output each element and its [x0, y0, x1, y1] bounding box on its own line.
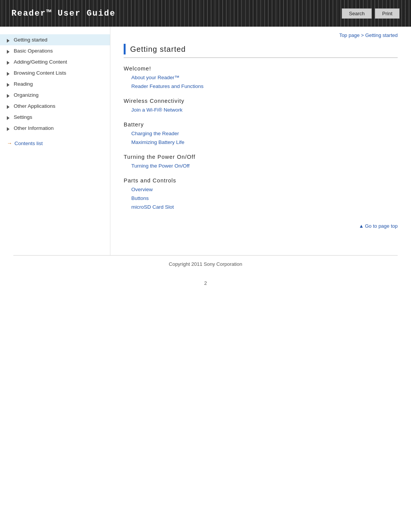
sidebar-item-label: Organizing [14, 92, 38, 98]
go-to-top-label: Go to page top [365, 223, 398, 229]
sidebar-item-getting-started[interactable]: Getting started [0, 34, 110, 45]
main-container: Getting startedBasic OperationsAdding/Ge… [0, 27, 411, 255]
section-link-4-2[interactable]: microSD Card Slot [131, 203, 398, 212]
sidebar-arrow-icon [7, 126, 11, 130]
sections-container: Welcome!About your Reader™Reader Feature… [124, 66, 398, 211]
go-to-top-link[interactable]: ▲Go to page top [359, 223, 398, 229]
page-number-area: 2 [0, 273, 411, 290]
sidebar-arrow-icon [7, 71, 11, 75]
sidebar-arrow-icon [7, 82, 11, 86]
sidebar-item-label: Basic Operations [14, 48, 53, 54]
header: Reader™ User Guide Search Print [0, 0, 411, 27]
go-to-top-area: ▲Go to page top [124, 223, 398, 229]
section-title-0: Welcome! [124, 66, 398, 72]
breadcrumb-top-link[interactable]: Top page [339, 32, 360, 38]
copyright-text: Copyright 2011 Sony Corporation [169, 261, 242, 267]
sidebar-item-label: Other Applications [14, 103, 56, 109]
sidebar-item-label: Getting started [14, 37, 48, 43]
section-links-2: Charging the ReaderMaximizing Battery Li… [124, 129, 398, 147]
section-link-4-0[interactable]: Overview [131, 185, 398, 194]
section-link-3-0[interactable]: Turning the Power On/Off [131, 162, 398, 171]
section-3: Turning the Power On/OffTurning the Powe… [124, 154, 398, 171]
header-buttons: Search Print [342, 8, 400, 19]
sidebar-arrow-icon [7, 60, 11, 64]
section-links-0: About your Reader™Reader Features and Fu… [124, 73, 398, 91]
contents-list-label: Contents list [14, 141, 43, 146]
section-0: Welcome!About your Reader™Reader Feature… [124, 66, 398, 91]
page-number: 2 [204, 280, 207, 286]
section-2: BatteryCharging the ReaderMaximizing Bat… [124, 121, 398, 147]
sidebar-item-reading[interactable]: Reading [0, 78, 110, 89]
breadcrumb-current: Getting started [365, 32, 398, 38]
section-link-1-0[interactable]: Join a Wi-Fi® Network [131, 106, 398, 115]
sidebar-arrow-icon [7, 38, 11, 42]
heading-bar [124, 44, 126, 54]
arrow-right-icon: → [7, 140, 12, 146]
sidebar-item-label: Settings [14, 114, 32, 120]
sidebar-item-other-information[interactable]: Other Information [0, 123, 110, 134]
sidebar: Getting startedBasic OperationsAdding/Ge… [0, 27, 110, 255]
sidebar-item-label: Browsing Content Lists [14, 70, 66, 76]
section-title-2: Battery [124, 121, 398, 128]
section-link-2-0[interactable]: Charging the Reader [131, 129, 398, 138]
print-button[interactable]: Print [375, 8, 400, 19]
sidebar-item-settings[interactable]: Settings [0, 112, 110, 123]
section-link-0-0[interactable]: About your Reader™ [131, 73, 398, 82]
section-title-4: Parts and Controls [124, 177, 398, 184]
section-link-4-1[interactable]: Buttons [131, 194, 398, 203]
sidebar-arrow-icon [7, 115, 11, 119]
sidebar-item-other-applications[interactable]: Other Applications [0, 101, 110, 112]
sidebar-item-basic-operations[interactable]: Basic Operations [0, 45, 110, 56]
sidebar-item-browsing-content-lists[interactable]: Browsing Content Lists [0, 67, 110, 78]
section-1: Wireless ConnectivityJoin a Wi-Fi® Netwo… [124, 98, 398, 115]
triangle-up-icon: ▲ [359, 223, 364, 229]
section-link-2-1[interactable]: Maximizing Battery Life [131, 138, 398, 147]
breadcrumb-separator: > [360, 32, 365, 38]
page-title: Getting started [130, 45, 186, 54]
sidebar-item-label: Other Information [14, 125, 54, 131]
sidebar-arrow-icon [7, 104, 11, 108]
content-area: Top page > Getting started Getting start… [110, 27, 411, 240]
section-title-3: Turning the Power On/Off [124, 154, 398, 160]
sidebar-arrow-icon [7, 93, 11, 97]
section-links-4: OverviewButtonsmicroSD Card Slot [124, 185, 398, 212]
section-links-3: Turning the Power On/Off [124, 162, 398, 171]
section-title-1: Wireless Connectivity [124, 98, 398, 104]
sidebar-item-organizing[interactable]: Organizing [0, 89, 110, 101]
search-button[interactable]: Search [342, 8, 372, 19]
sidebar-item-addinggetting-content[interactable]: Adding/Getting Content [0, 56, 110, 67]
section-link-0-1[interactable]: Reader Features and Functions [131, 82, 398, 91]
sidebar-item-label: Adding/Getting Content [14, 59, 67, 65]
section-4: Parts and ControlsOverviewButtonsmicroSD… [124, 177, 398, 212]
section-links-1: Join a Wi-Fi® Network [124, 106, 398, 115]
page-heading: Getting started [124, 44, 398, 58]
breadcrumb: Top page > Getting started [124, 32, 398, 38]
sidebar-arrow-icon [7, 49, 11, 53]
sidebar-item-label: Reading [14, 81, 33, 87]
contents-list-link[interactable]: →Contents list [0, 136, 110, 151]
app-title: Reader™ User Guide [11, 9, 116, 18]
footer: Copyright 2011 Sony Corporation [0, 256, 411, 273]
